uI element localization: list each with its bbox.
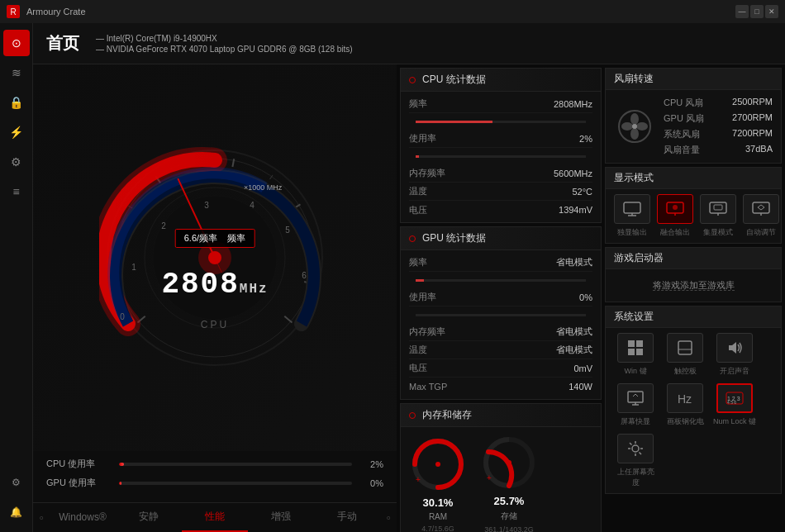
display-option-auto[interactable]: 自动调节 <box>743 194 779 238</box>
header-specs: — Intel(R) Core(TM) i9-14900HX — NVIDIA … <box>96 34 353 54</box>
keyboard-freq-icon: Hz <box>667 383 703 413</box>
sys-option-brightness[interactable]: 上任屏幕亮度 <box>614 434 657 488</box>
sidebar-item-monitor[interactable]: ≋ <box>3 59 30 86</box>
memory-header-dot <box>409 412 416 419</box>
fan-speed-panel: 风扇转速 <box>605 68 782 164</box>
game-launcher-header: 游戏启动器 <box>606 248 781 269</box>
stat-gpu-tgp-value: 140W <box>569 382 592 392</box>
stat-gpu-usage-value: 0% <box>579 292 592 302</box>
gpu-stats-title: GPU 统计数据 <box>422 231 486 245</box>
app-title: Armoury Crate <box>26 7 86 17</box>
cpu-stats-panel: CPU 统计数据 频率 2808MHz <box>400 68 602 223</box>
sys-option-win-key[interactable]: Win 键 <box>614 333 657 377</box>
tab-boost[interactable]: 增强 <box>248 503 314 532</box>
tab-quiet[interactable]: 安静 <box>116 503 182 532</box>
svg-rect-53 <box>628 349 635 355</box>
minimize-button[interactable]: — <box>735 5 749 18</box>
app-icon: R <box>7 5 20 18</box>
svg-text:×1000 MHz: ×1000 MHz <box>244 183 283 192</box>
tab-manual[interactable]: 手动 <box>314 503 380 532</box>
svg-rect-54 <box>636 349 643 355</box>
sys-option-touchpad[interactable]: 触控板 <box>664 333 706 377</box>
sidebar-item-home[interactable]: ⊙ <box>3 30 30 56</box>
fan-rows: CPU 风扇 2500RPM GPU 风扇 2700RPM 系统风扇 7200R… <box>664 95 773 158</box>
svg-rect-46 <box>710 202 726 213</box>
svg-point-38 <box>621 122 633 131</box>
display-integrated-label: 集显模式 <box>703 227 733 238</box>
sidebar-item-lightning[interactable]: ⚡ <box>3 119 30 145</box>
display-hybrid-label: 融合输出 <box>660 227 690 238</box>
system-settings-panel: 系统设置 Win 键 <box>605 306 782 494</box>
sys-option-numlock[interactable]: 1 2 34 5 6 Num Lock 键 <box>713 383 756 427</box>
brightness-icon <box>617 434 654 463</box>
display-auto-icon <box>743 194 779 224</box>
display-mode-title: 显示模式 <box>614 171 654 185</box>
sidebar-item-tools[interactable]: ⚙ <box>3 149 30 175</box>
cpu-center-label: CPU <box>201 319 229 330</box>
storage-gauge-svg: + <box>480 434 538 492</box>
display-mode-header: 显示模式 <box>606 168 781 189</box>
stat-row-gpu-mem-freq: 内存频率 省电模式 <box>409 323 592 341</box>
display-option-integrated[interactable]: 集显模式 <box>700 194 736 238</box>
display-option-discrete[interactable]: 独显输出 <box>614 194 650 238</box>
sidebar-item-security[interactable]: 🔒 <box>3 89 30 116</box>
svg-text:4: 4 <box>250 201 255 210</box>
memory-title: 内存和储存 <box>422 408 472 422</box>
memory-body: + 30.1% RAM 4.7/15.6G <box>401 427 601 532</box>
cpu-usage-label: CPU 使用率 <box>46 458 112 470</box>
stat-voltage-name: 电压 <box>409 204 559 216</box>
stat-gpu-tgp-name: Max TGP <box>409 382 569 392</box>
svg-rect-51 <box>628 340 635 347</box>
fan-row-cpu: CPU 风扇 2500RPM <box>664 95 773 111</box>
gpu-header-dot <box>409 235 416 242</box>
storage-pct: 25.7% <box>494 495 525 507</box>
sidebar-item-menu[interactable]: ≡ <box>3 178 30 205</box>
svg-point-44 <box>673 205 678 210</box>
sidebar-notification-button[interactable]: 🔔 <box>3 499 30 525</box>
close-button[interactable]: ✕ <box>765 5 778 18</box>
system-settings-title: 系统设置 <box>614 310 654 324</box>
page-title: 首页 <box>46 32 79 55</box>
display-option-hybrid[interactable]: 融合输出 <box>657 194 693 238</box>
cpu-stats-header: CPU 统计数据 <box>401 69 601 92</box>
fan-speed-title: 风扇转速 <box>614 72 654 86</box>
numlock-label: Num Lock 键 <box>713 416 756 427</box>
svg-text:1: 1 <box>131 263 136 272</box>
storage-label: 存储 <box>501 511 517 522</box>
page-content: 0 1 2 3 4 5 6 ×1000 MHz <box>33 64 785 532</box>
stat-gpu-temp-value: 省电模式 <box>556 344 592 356</box>
performance-tabs: ◦ Windows® 安静 性能 增强 手动 ◦ <box>33 502 397 532</box>
sidebar-bottom: ⚙ 🔔 <box>3 469 30 525</box>
stat-cpu-freq-name: 频率 <box>409 97 554 110</box>
stat-gpu-temp-name: 温度 <box>409 344 556 356</box>
svg-text:Hz: Hz <box>678 392 692 406</box>
svg-point-35 <box>630 113 639 125</box>
titlebar: R Armoury Crate — □ ✕ <box>0 0 785 23</box>
stat-row-gpu-freq: 频率 省电模式 <box>409 254 592 272</box>
tab-performance[interactable]: 性能 <box>182 503 248 532</box>
gauge-svg: 0 1 2 3 4 5 6 ×1000 MHz <box>99 142 331 373</box>
svg-line-71 <box>640 453 642 455</box>
sys-option-screen[interactable]: 屏幕快显 <box>614 383 657 427</box>
stat-temp-name: 温度 <box>409 185 572 197</box>
game-launcher-cta[interactable]: 将游戏添加至游戏库 <box>653 280 735 291</box>
fan-speed-body: CPU 风扇 2500RPM GPU 风扇 2700RPM 系统风扇 7200R… <box>606 90 781 163</box>
sys-option-sound[interactable]: 开启声音 <box>713 333 756 377</box>
svg-text:3: 3 <box>204 201 209 210</box>
stat-gpu-usage-name: 使用率 <box>409 291 579 303</box>
sys-option-keyboard-freq[interactable]: Hz 画板钢化电 <box>664 383 706 427</box>
svg-line-70 <box>630 443 632 445</box>
tab-windows[interactable]: Windows® <box>50 503 116 532</box>
gpu-stats-body: 频率 省电模式 使用率 0% <box>401 250 601 399</box>
content-area: 首页 — Intel(R) Core(TM) i9-14900HX — NVID… <box>33 23 785 532</box>
cpu-usage-bar <box>416 155 586 158</box>
storage-gauge: + 25.7% 存储 361.1/1403.2G <box>480 434 538 532</box>
numlock-icon: 1 2 34 5 6 <box>716 383 753 413</box>
maximize-button[interactable]: □ <box>750 5 764 18</box>
sidebar-settings-button[interactable]: ⚙ <box>3 469 30 496</box>
stat-mem-freq-name: 内存频率 <box>409 167 554 179</box>
stat-row-gpu-usage: 使用率 0% <box>409 288 592 306</box>
cpu-usage-track <box>119 463 352 466</box>
right-content: CPU 统计数据 频率 2808MHz <box>397 64 785 532</box>
ram-label: RAM <box>429 512 447 521</box>
